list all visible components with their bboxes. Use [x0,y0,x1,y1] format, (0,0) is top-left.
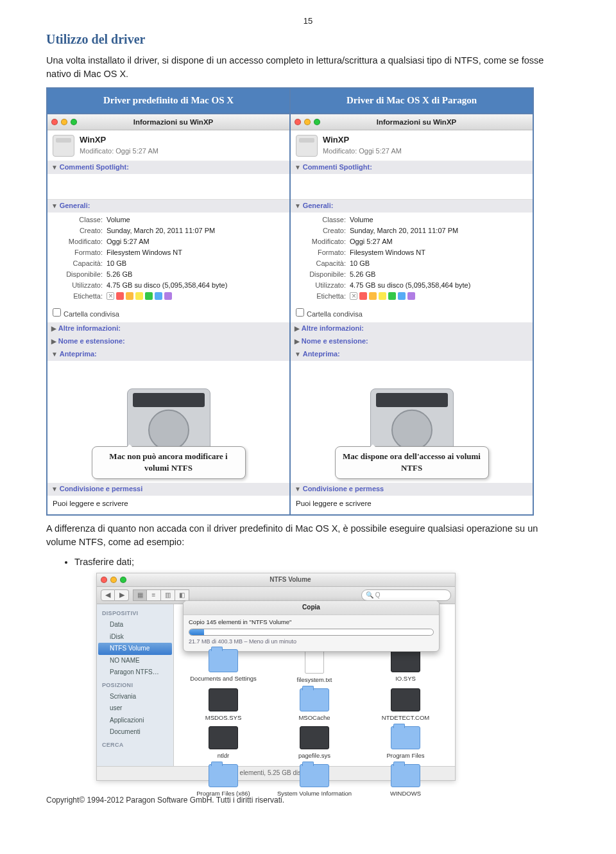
sidebar-item[interactable]: Paragon NTFS… [98,667,172,679]
drive-name: WinXP [80,134,158,146]
drive-summary: WinXP Modificato: Oggi 5:27 AM [47,130,289,161]
shared-label: Cartella condivisa [64,310,119,318]
shared-folder-row[interactable]: Cartella condivisa [291,306,533,322]
page-number: 15 [46,15,570,28]
sidebar-item-selected[interactable]: NTFS Volume [98,643,172,655]
back-button[interactable]: ◀ [101,589,115,601]
sidebar-item[interactable]: Scrivania [98,691,172,703]
file-item[interactable]: ntldr [180,726,266,760]
label-green-icon[interactable] [145,292,153,300]
label-yellow-icon[interactable] [135,292,143,300]
label-orange-icon[interactable] [126,292,133,300]
value-capacita: 10 GB [107,259,284,269]
file-item[interactable]: Program Files [363,726,449,760]
drive-summary: WinXP Modificato: Oggi 5:27 AM [291,130,533,161]
file-item[interactable]: Program Files (x86) [180,764,266,798]
preview-area: Mac dispone ora dell'accesso ai volumi N… [291,361,533,483]
label-none-icon[interactable] [350,292,357,300]
general-info: Classe:Volume Creato:Sunday, March 20, 2… [47,213,289,306]
list-view-button[interactable]: ≡ [147,589,161,601]
preview-area: Mac non può ancora modificare i volumi N… [47,361,289,483]
sidebar-item[interactable]: user [98,702,172,715]
nav-buttons[interactable]: ◀▶ [101,589,129,601]
shared-label: Cartella condivisa [307,310,363,318]
view-mode-buttons[interactable]: ▦ ≡ ▥ ◧ [133,589,189,601]
traffic-lights-icon [51,119,77,125]
forward-button[interactable]: ▶ [115,589,129,601]
generals-header[interactable]: Generali: [291,200,533,213]
label-modificato: Modificato: [53,237,103,247]
sidebar-item[interactable]: Documenti [98,726,172,738]
preview-header[interactable]: Anteprima: [47,348,289,361]
info-window-right: Informazioni su WinXP WinXP Modificato: … [291,114,533,514]
coverflow-view-button[interactable]: ◧ [175,589,189,601]
label-swatches[interactable] [350,292,527,302]
file-item[interactable]: IO.SYS [363,649,449,684]
file-item[interactable]: System Volume Information [271,764,357,798]
name-ext-header[interactable]: Nome e estensione: [47,335,289,348]
window-title: Informazioni su WinXP [80,117,266,128]
shared-folder-row[interactable]: Cartella condivisa [47,306,289,322]
spotlight-box[interactable] [291,174,533,200]
search-input[interactable]: 🔍 Q [361,589,451,601]
file-item[interactable]: MSOCache [271,688,357,722]
general-info: Classe:Volume Creato:Sunday, March 20, 2… [291,213,533,306]
window-title: Informazioni su WinXP [323,117,509,128]
exec-icon [391,688,420,711]
traffic-lights-icon [295,119,320,125]
spotlight-header[interactable]: Commenti Spotlight: [291,161,533,174]
more-info-header[interactable]: Altre informazioni: [47,322,289,335]
file-item[interactable]: NTDETECT.COM [363,688,449,722]
label-purple-icon[interactable] [164,292,172,300]
shared-checkbox[interactable] [296,308,304,317]
sidebar-item[interactable]: Data [98,619,172,631]
label-green-icon[interactable] [388,292,396,300]
label-blue-icon[interactable] [155,292,162,300]
label-orange-icon[interactable] [369,292,377,300]
cell-paragon-driver: Informazioni su WinXP WinXP Modificato: … [290,114,533,515]
file-item[interactable]: filesystem.txt [271,649,357,684]
exec-icon [300,726,329,749]
col-header-paragon-driver: Driver di Mac OS X di Paragon [290,88,533,114]
finder-window: NTFS Volume ◀▶ ▦ ≡ ▥ ◧ 🔍 Q DISPOSITIVI D… [96,573,456,781]
value-utilizzato: 4.75 GB su disco (5,095,358,464 byte) [107,281,284,291]
generals-header[interactable]: Generali: [47,200,289,213]
label-swatches[interactable] [107,292,284,302]
label-red-icon[interactable] [359,292,367,300]
icon-view-button[interactable]: ▦ [133,589,147,601]
folder-icon [209,649,238,672]
label-blue-icon[interactable] [398,292,406,300]
more-info-header[interactable]: Altre informazioni: [291,322,533,335]
finder-file-area[interactable]: Copia Copio 145 elementi in "NTFS Volume… [174,604,455,766]
label-capacita: Capacità: [53,259,103,269]
label-red-icon[interactable] [116,292,124,300]
label-none-icon[interactable] [107,292,114,300]
window-titlebar: Informazioni su WinXP [47,114,289,131]
finder-sidebar: DISPOSITIVI Data iDisk NTFS Volume NO NA… [97,604,174,766]
sidebar-item[interactable]: iDisk [98,631,172,643]
exec-icon [209,726,238,749]
file-item[interactable]: WINDOWS [363,764,449,798]
copy-progress-bar [189,629,434,636]
column-view-button[interactable]: ▥ [161,589,175,601]
preview-header[interactable]: Anteprima: [291,348,533,361]
spotlight-box[interactable] [47,174,289,200]
exec-icon [391,649,420,672]
permissions-header[interactable]: Condivisione e permess [291,483,533,496]
permissions-header[interactable]: Condivisione e permessi [47,483,289,496]
value-formato: Filesystem Windows NT [107,248,284,258]
sidebar-header-search: CERCA [98,738,172,751]
spotlight-header[interactable]: Commenti Spotlight: [47,161,289,174]
file-item[interactable]: Documents and Settings [180,649,266,684]
shared-checkbox[interactable] [53,308,61,317]
label-purple-icon[interactable] [407,292,415,300]
finder-title-text: NTFS Volume [130,575,451,585]
col-header-default-driver: Driver predefinito di Mac OS X [47,88,290,114]
sidebar-item[interactable]: Applicazioni [98,715,172,727]
name-ext-header[interactable]: Nome e estensione: [291,335,533,348]
file-item[interactable]: pagefile.sys [271,726,357,760]
bullet-list: Trasferire dati; [46,555,570,569]
sidebar-item[interactable]: NO NAME [98,655,172,667]
label-yellow-icon[interactable] [379,292,386,300]
file-item[interactable]: MSDOS.SYS [180,688,266,722]
